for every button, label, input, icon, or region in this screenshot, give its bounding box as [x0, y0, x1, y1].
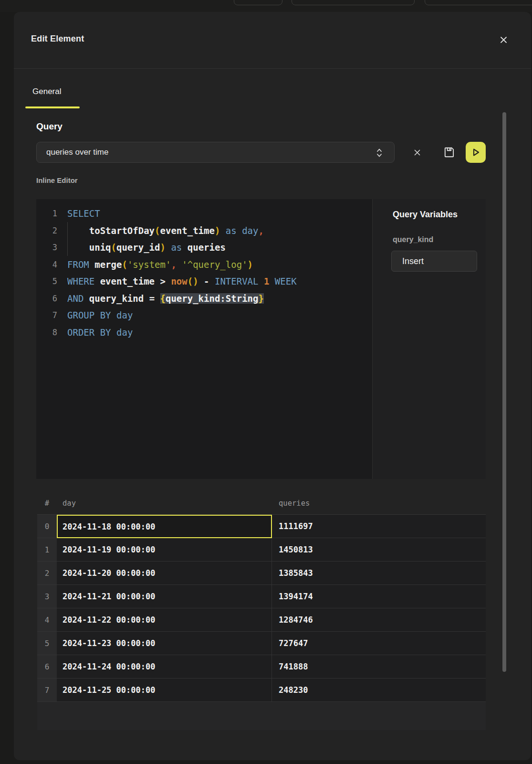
- column-header-day: day: [57, 492, 272, 514]
- screen: Edit Element General Query queries over …: [0, 0, 532, 764]
- code-line-text: uniq(query_id) as queries: [67, 239, 226, 256]
- queries-cell[interactable]: 727647: [272, 632, 486, 655]
- sql-code-editor[interactable]: 1SELECT2 toStartOfDay(event_time) as day…: [36, 199, 372, 479]
- queries-cell[interactable]: 1394174: [272, 585, 486, 608]
- code-line-text: AND query_kind = {query_kind:String}: [67, 290, 264, 308]
- line-number: 4: [36, 256, 57, 274]
- row-index: 6: [37, 655, 57, 679]
- background-button-outline: [234, 0, 282, 5]
- row-index: 3: [37, 585, 57, 608]
- code-line[interactable]: 3 uniq(query_id) as queries: [36, 239, 372, 256]
- line-number: 8: [36, 324, 57, 341]
- insert-button-label: Insert: [402, 256, 424, 266]
- indent-guide: [67, 222, 68, 256]
- updown-chevron-icon: [376, 148, 383, 160]
- results-table: # day queries 02024-11-18 00:00:00111169…: [37, 492, 486, 730]
- code-line-text: ORDER BY day: [67, 324, 133, 341]
- clear-icon[interactable]: [409, 145, 425, 160]
- edit-element-modal: Edit Element General Query queries over …: [14, 12, 531, 760]
- query-heading: Query: [36, 121, 63, 132]
- query-select-value: queries over time: [46, 148, 108, 157]
- line-number: 3: [36, 239, 57, 256]
- code-line[interactable]: 7GROUP BY day: [36, 307, 372, 324]
- queries-cell[interactable]: 1111697: [272, 515, 486, 538]
- background-button-outline: [292, 0, 415, 5]
- row-index: 1: [37, 538, 57, 562]
- column-header-index: #: [37, 492, 57, 514]
- code-line[interactable]: 6AND query_kind = {query_kind:String}: [36, 290, 372, 308]
- insert-variable-button[interactable]: Insert: [391, 251, 477, 272]
- code-line-text: SELECT: [67, 205, 100, 223]
- day-cell[interactable]: 2024-11-25 00:00:00: [57, 679, 272, 702]
- row-index: 7: [37, 679, 57, 702]
- row-index: 0: [37, 515, 57, 538]
- code-line[interactable]: 2 toStartOfDay(event_time) as day,: [36, 223, 372, 240]
- results-table-body: 02024-11-18 00:00:00111169712024-11-19 0…: [37, 515, 486, 702]
- table-row: 72024-11-25 00:00:00248230: [37, 679, 486, 702]
- row-index: 5: [37, 632, 57, 655]
- table-row: 42024-11-22 00:00:001284746: [37, 608, 486, 632]
- table-row: 12024-11-19 00:00:001450813: [37, 538, 486, 562]
- queries-cell[interactable]: 741888: [272, 655, 486, 679]
- day-cell[interactable]: 2024-11-20 00:00:00: [57, 562, 272, 585]
- queries-cell[interactable]: 1385843: [272, 562, 486, 585]
- code-line-text: FROM merge('system', '^query_log'): [67, 256, 253, 274]
- row-index: 2: [37, 562, 57, 585]
- line-number: 7: [36, 307, 57, 324]
- background-button-outline: [425, 0, 532, 5]
- table-row: 32024-11-21 00:00:001394174: [37, 585, 486, 608]
- code-line-text: WHERE event_time > now() - INTERVAL 1 WE…: [67, 273, 297, 290]
- query-select[interactable]: queries over time: [36, 142, 395, 163]
- line-number: 5: [36, 273, 57, 290]
- code-line[interactable]: 5WHERE event_time > now() - INTERVAL 1 W…: [36, 273, 372, 290]
- run-query-button[interactable]: [466, 142, 486, 163]
- day-cell[interactable]: 2024-11-21 00:00:00: [57, 585, 272, 608]
- table-row: 62024-11-24 00:00:00741888: [37, 655, 486, 679]
- code-lines: 1SELECT2 toStartOfDay(event_time) as day…: [36, 205, 372, 341]
- tab-active-underline: [25, 106, 80, 108]
- column-header-queries: queries: [272, 492, 486, 514]
- table-row: 02024-11-18 00:00:001111697: [37, 515, 486, 538]
- code-line-text: GROUP BY day: [67, 307, 133, 324]
- code-line[interactable]: 4FROM merge('system', '^query_log'): [36, 256, 372, 274]
- modal-title: Edit Element: [31, 34, 84, 44]
- header-divider: [14, 68, 531, 69]
- play-icon: [470, 147, 481, 158]
- background-page-strip: [0, 0, 532, 12]
- code-line-text: toStartOfDay(event_time) as day,: [67, 223, 264, 240]
- line-number: 1: [36, 205, 57, 223]
- query-variables-panel: Query Variables query_kind Insert: [372, 199, 486, 479]
- inline-editor-label: Inline Editor: [36, 176, 78, 184]
- day-cell[interactable]: 2024-11-22 00:00:00: [57, 608, 272, 632]
- modal-backdrop: [0, 12, 14, 764]
- vertical-scrollbar[interactable]: [502, 112, 506, 672]
- code-line[interactable]: 1SELECT: [36, 205, 372, 223]
- floppy-save-icon[interactable]: [441, 144, 458, 160]
- day-cell[interactable]: 2024-11-19 00:00:00: [57, 538, 272, 562]
- query-variables-title: Query Variables: [393, 210, 458, 220]
- day-cell-selected[interactable]: 2024-11-18 00:00:00: [57, 515, 272, 538]
- queries-cell[interactable]: 1450813: [272, 538, 486, 562]
- tab-general[interactable]: General: [32, 87, 61, 96]
- close-icon[interactable]: [496, 32, 511, 47]
- table-row: 22024-11-20 00:00:001385843: [37, 562, 486, 585]
- table-row: 52024-11-23 00:00:00727647: [37, 632, 486, 655]
- row-index: 4: [37, 608, 57, 632]
- queries-cell[interactable]: 248230: [272, 679, 486, 702]
- line-number: 2: [36, 223, 57, 240]
- queries-cell[interactable]: 1284746: [272, 608, 486, 632]
- code-line[interactable]: 8ORDER BY day: [36, 324, 372, 341]
- results-table-header: # day queries: [37, 492, 486, 515]
- line-number: 6: [36, 290, 57, 308]
- day-cell[interactable]: 2024-11-23 00:00:00: [57, 632, 272, 655]
- query-variable-name: query_kind: [393, 235, 433, 244]
- inline-editor: 1SELECT2 toStartOfDay(event_time) as day…: [36, 199, 486, 479]
- results-table-footer: [37, 702, 486, 730]
- day-cell[interactable]: 2024-11-24 00:00:00: [57, 655, 272, 679]
